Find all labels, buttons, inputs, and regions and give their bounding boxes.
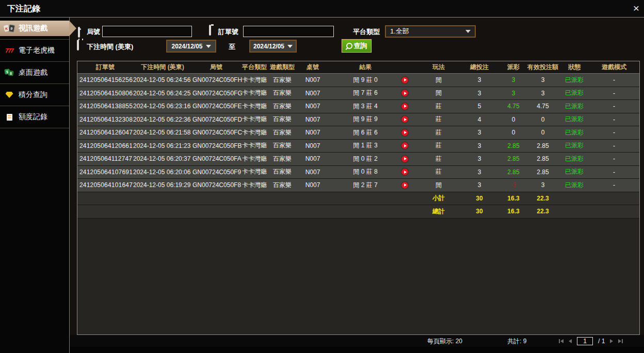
result-text: 閒 6 莊 6: [329, 128, 401, 137]
order-cell: 241205064112747: [77, 155, 133, 162]
replay-icon[interactable]: [401, 169, 408, 175]
bet-records-window: { "window": { "title": "下注記錄", "close_gl…: [0, 0, 644, 353]
tag-icon: [78, 28, 80, 37]
sidebar-item-label: 積分查詢: [19, 90, 47, 99]
platform-cell: 卡卡灣廳: [240, 155, 268, 163]
payout-cell: 3: [501, 76, 526, 83]
order-cell: 241205064138855: [77, 103, 133, 110]
order-input[interactable]: [243, 26, 334, 37]
valid-bet-cell: 4.75: [526, 103, 559, 110]
platform-label: 平台類型: [353, 26, 380, 38]
mode-cell: -: [589, 90, 639, 97]
valid-bet-cell: 3: [526, 76, 559, 83]
replay-icon[interactable]: [401, 77, 408, 83]
date-to-picker[interactable]: 2024/12/05: [249, 40, 297, 53]
sidebar-item-video-games[interactable]: K9視訊遊戲: [0, 21, 69, 36]
valid-bet-cell: 2.85: [526, 142, 559, 149]
round-cell: GN00724C050FE: [192, 103, 240, 110]
platform-select[interactable]: 1.全部: [385, 25, 476, 38]
status-cell: 已派彩: [559, 89, 589, 97]
status-cell: 已派彩: [559, 76, 589, 85]
result-cell: 閒 7 莊 6: [329, 89, 419, 97]
sidebar-separator: [0, 106, 69, 106]
page-input[interactable]: [577, 337, 593, 345]
mode-cell: -: [589, 181, 639, 189]
order-cell: 241205064126047: [77, 129, 133, 136]
round-cell: GN00724C050FD: [192, 116, 240, 123]
table-no-cell: N007: [296, 103, 329, 110]
subtotal-payout: 16.3: [501, 195, 526, 202]
sidebar-item-quota[interactable]: 額度記錄: [0, 109, 69, 125]
diamond-icon: [4, 90, 15, 99]
close-icon[interactable]: ×: [633, 1, 639, 15]
round-cell: GN00724C050FC: [192, 129, 240, 136]
result-text: 閒 1 莊 3: [329, 141, 401, 150]
time-cell: 2024-12-05 06:24:25: [133, 90, 192, 97]
replay-icon[interactable]: [401, 103, 408, 110]
round-label: 局號: [87, 26, 100, 38]
date-from-picker[interactable]: 2024/12/05: [166, 40, 216, 53]
date-from-value: 2024/12/05: [171, 43, 202, 50]
table-no-cell: N007: [296, 129, 329, 136]
sidebar-item-points[interactable]: 積分查詢: [0, 87, 69, 103]
payout-cell: 3: [501, 90, 526, 97]
total-bet-cell: 3: [458, 169, 501, 176]
result-cell: 閒 9 莊 9: [329, 115, 419, 124]
replay-icon[interactable]: [401, 129, 408, 136]
order-cell: 241205064120661: [77, 142, 133, 149]
last-page-icon[interactable]: [618, 339, 623, 343]
sidebar-separator: [0, 83, 69, 84]
round-input[interactable]: [102, 26, 192, 37]
table-no-cell: N007: [296, 169, 329, 176]
column-header: 遊戲模式: [589, 63, 639, 72]
game-cell: 百家樂: [268, 102, 296, 111]
replay-icon[interactable]: [401, 116, 408, 123]
order-cell: 241205064101647: [77, 181, 133, 189]
per-page-label: 每頁顯示: 20: [427, 337, 462, 346]
replay-icon[interactable]: [401, 182, 408, 189]
replay-icon[interactable]: [401, 142, 408, 149]
cards-icon: K9: [4, 24, 15, 33]
platform-cell: 卡卡灣廳: [240, 115, 268, 124]
game-cell: 百家樂: [268, 181, 296, 190]
time-cell: 2024-12-05 06:24:56: [133, 76, 192, 83]
subtotal-total-bet: 30: [458, 195, 501, 202]
mode-cell: -: [589, 169, 639, 176]
page-title: 下注記錄: [7, 0, 40, 17]
table-header-row: 訂單號下注時間 (美東)局號平台類型遊戲類型桌號結果玩法總投注派彩有效投注額狀態…: [77, 61, 639, 74]
sidebar-item-slots[interactable]: 777電子老虎機: [0, 43, 69, 58]
column-header: 總投注: [458, 63, 501, 72]
total-bet-cell: 4: [458, 116, 501, 123]
status-cell: 已派彩: [559, 167, 589, 176]
result-text: 閒 2 莊 7: [329, 181, 401, 190]
prev-page-icon[interactable]: [569, 339, 572, 343]
first-page-icon[interactable]: [559, 339, 564, 343]
mode-cell: -: [589, 142, 639, 149]
search-button[interactable]: 查詢: [342, 39, 372, 53]
table-no-cell: N007: [296, 116, 329, 123]
replay-icon[interactable]: [401, 90, 408, 96]
result-cell: 閒 6 莊 6: [329, 128, 419, 137]
payout-cell: 2.85: [501, 169, 526, 176]
time-cell: 2024-12-05 06:20:37: [133, 155, 192, 162]
total-bet-cell: 3: [458, 90, 501, 97]
result-text: 閒 0 莊 2: [329, 155, 401, 163]
valid-bet-cell: 2.85: [526, 155, 559, 162]
status-cell: 已派彩: [559, 155, 589, 163]
status-cell: 已派彩: [559, 115, 589, 124]
sidebar-item-label: 桌面遊戲: [19, 68, 47, 77]
sidebar-item-table-games[interactable]: $$桌面遊戲: [0, 65, 69, 80]
column-header: 狀態: [559, 63, 589, 72]
column-header: 結果: [329, 63, 419, 72]
bottom-strip: [0, 347, 644, 353]
replay-icon[interactable]: [401, 156, 408, 162]
mode-cell: -: [589, 155, 639, 162]
total-bet-cell: 3: [458, 129, 501, 136]
mode-cell: -: [589, 129, 639, 136]
next-page-icon[interactable]: [610, 339, 613, 343]
round-cell: GN00724C050FH: [192, 76, 240, 83]
total-bet-cell: 3: [458, 76, 501, 83]
chevron-down-icon: [287, 45, 293, 48]
game-cell: 百家樂: [268, 89, 296, 97]
table-row: 2412050641508062024-12-05 06:24:25GN0072…: [77, 87, 639, 100]
